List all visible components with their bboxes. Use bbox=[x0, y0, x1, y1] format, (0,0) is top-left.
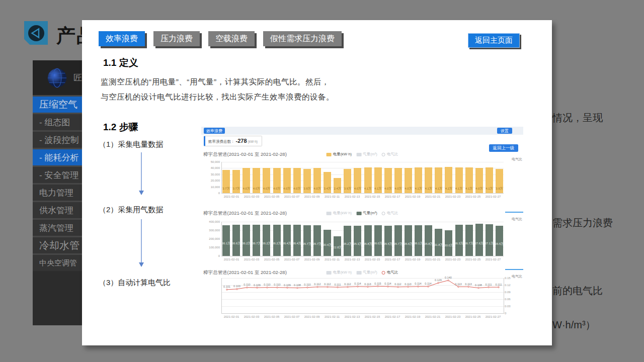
x-tick-label: 2021-02-17 bbox=[382, 315, 403, 318]
bar: 4.1万 bbox=[364, 167, 372, 193]
svg-text:0.114: 0.114 bbox=[415, 282, 421, 285]
bar-value-label: 22.8万 bbox=[333, 245, 342, 250]
bar-value-label: 30.0万 bbox=[444, 243, 453, 248]
svg-text:0.111: 0.111 bbox=[486, 283, 492, 286]
x-tick-label: 2021-02-11 bbox=[322, 258, 342, 261]
return-home-button[interactable]: 返回主页面 bbox=[468, 33, 520, 48]
tab-inactive[interactable]: 压力浪费 bbox=[153, 31, 200, 46]
bar-value-label: 3.9万 bbox=[303, 187, 310, 191]
x-tick-label: 2021-02-07 bbox=[282, 315, 302, 318]
x-tick-label: 2021-02-01 bbox=[221, 315, 242, 318]
sidebar-item[interactable]: 供水管理 bbox=[33, 201, 82, 218]
legend-label: 电量(kW·h) bbox=[333, 152, 352, 157]
y-tick-label: 400,000 bbox=[203, 220, 220, 223]
y-tick-label: 0.15 bbox=[505, 277, 520, 280]
svg-text:0.112: 0.112 bbox=[394, 283, 401, 286]
legend-item: 电量(kW·h) bbox=[327, 211, 352, 216]
sidebar-item[interactable]: 冷却水管 bbox=[33, 236, 82, 253]
x-tick-label: 2021-02-25 bbox=[463, 315, 483, 318]
sidebar-item[interactable]: 蒸汽管理 bbox=[33, 218, 82, 236]
x-tick-label: 2021-02-07 bbox=[282, 195, 302, 198]
bar: 36.4万 bbox=[293, 225, 301, 256]
sidebar-item[interactable]: - 组态图 bbox=[33, 113, 82, 130]
x-tick-label: 2021-02-19 bbox=[403, 315, 423, 318]
bar-value-label: 4.1万 bbox=[425, 187, 432, 191]
sidebar: 匠 压缩空气- 组态图- 波段控制- 能耗分析- 安全管理电力管理供水管理蒸汽管… bbox=[33, 60, 82, 325]
svg-text:0.110: 0.110 bbox=[264, 283, 270, 286]
chart-electricity-bars: 樟宇总管道(2021-02-01 至 2021-02-28) 电量(kW·h)气… bbox=[201, 151, 523, 201]
bar-value-label: 35.7万 bbox=[313, 242, 322, 246]
bar: 3.9万 bbox=[344, 169, 351, 193]
bar-value-label: 4.0万 bbox=[253, 187, 260, 191]
legend-item: 电气比 bbox=[382, 211, 398, 216]
sidebar-item[interactable]: 压缩空气 bbox=[33, 95, 82, 113]
bar: 36.7万 bbox=[465, 225, 473, 256]
x-tick-label: 2021-02-11 bbox=[322, 195, 342, 198]
y-tick-label: 0.09 bbox=[505, 291, 520, 294]
bar-value-label: 3.9万 bbox=[344, 187, 351, 191]
svg-text:0.113: 0.113 bbox=[465, 283, 471, 286]
tab-inactive[interactable]: 空载浪费 bbox=[208, 31, 255, 46]
legend-item: 气量(m³) bbox=[356, 152, 377, 157]
x-axis-labels: 2021-02-012021-02-032021-02-052021-02-07… bbox=[221, 315, 503, 318]
back-icon[interactable] bbox=[24, 21, 48, 45]
y-tick-label: 0.06 bbox=[505, 298, 520, 301]
y-tick-label: 0 bbox=[203, 192, 220, 195]
bar: 2.4万 bbox=[334, 178, 341, 193]
bar-value-label: 4.1万 bbox=[415, 187, 422, 191]
bar-value-label: 4.0万 bbox=[475, 187, 482, 191]
bar-value-label: 36.7万 bbox=[252, 241, 261, 246]
back-arrow-icon bbox=[25, 22, 47, 44]
right-axis-label: 电气比 bbox=[512, 217, 522, 222]
tab-active[interactable]: 效率浪费 bbox=[99, 31, 145, 46]
bar-value-label: 35.8万 bbox=[363, 242, 372, 246]
bar: 35.7万 bbox=[303, 225, 311, 256]
x-tick-label: 2021-02-09 bbox=[302, 315, 322, 318]
sidebar-logo-row: 匠 bbox=[33, 60, 82, 95]
x-tick-label: 2021-02-03 bbox=[242, 258, 262, 261]
x-tick-label: 2021-02-17 bbox=[382, 258, 403, 261]
bar-value-label: 4.0万 bbox=[384, 187, 391, 191]
x-tick-label: 2021-02-01 bbox=[221, 258, 242, 261]
x-tick-label: 2021-02-15 bbox=[362, 258, 382, 261]
x-tick-label: 2021-02-03 bbox=[242, 195, 262, 198]
plot-area: 50,00040,00030,00020,00010,00003.7万3.7万4… bbox=[221, 162, 504, 194]
bar-value-label: 4.0万 bbox=[283, 187, 290, 191]
chart-legend: 电量(kW·h)气量(m³)电气比 bbox=[327, 270, 398, 275]
right-axis-label: 电气比 bbox=[512, 157, 522, 162]
cut-text-fragment: 情况，呈现 bbox=[552, 111, 603, 125]
bar: 30.0万 bbox=[445, 230, 452, 256]
legend-item: 电量(kW·h) bbox=[327, 270, 352, 275]
svg-text:0.110: 0.110 bbox=[304, 283, 310, 286]
down-arrow-icon bbox=[138, 152, 145, 196]
sidebar-item[interactable]: - 波段控制 bbox=[33, 130, 82, 148]
bar-value-label: 4.1万 bbox=[364, 187, 371, 191]
svg-text:0.109: 0.109 bbox=[284, 284, 291, 287]
svg-text:0.111: 0.111 bbox=[496, 283, 502, 286]
bar-value-label: 37.6万 bbox=[474, 241, 484, 246]
bar-value-label: 31.8万 bbox=[434, 243, 443, 247]
bar: 4.0万 bbox=[243, 168, 250, 193]
sidebar-item[interactable]: 电力管理 bbox=[33, 183, 82, 201]
settings-button[interactable]: 设置 bbox=[497, 128, 512, 134]
x-tick-label: 2021-02-25 bbox=[463, 258, 483, 261]
app-tab-efficiency-waste[interactable]: 效率浪费 bbox=[204, 128, 225, 134]
summary-unit: (kW·h) bbox=[248, 140, 258, 143]
bar: 35.8万 bbox=[425, 225, 432, 256]
bar: 4.1万 bbox=[486, 167, 493, 193]
bar-value-label: 3.9万 bbox=[496, 187, 503, 191]
bar-value-label: 36.6万 bbox=[232, 241, 241, 246]
bar-value-label: 4.0万 bbox=[263, 187, 270, 191]
bar: 36.3万 bbox=[455, 225, 463, 256]
x-axis-labels: 2021-02-012021-02-032021-02-052021-02-07… bbox=[221, 258, 503, 261]
x-tick-label: 2021-02-05 bbox=[262, 258, 282, 261]
sidebar-item[interactable]: - 安全管理 bbox=[33, 165, 82, 183]
sidebar-item[interactable]: - 能耗分析 bbox=[33, 148, 82, 165]
tab-inactive[interactable]: 假性需求压力浪费 bbox=[263, 31, 342, 46]
x-tick-label: 2021-02-05 bbox=[262, 315, 282, 318]
bar: 4.0万 bbox=[405, 168, 412, 193]
bar: 4.1万 bbox=[455, 167, 463, 193]
svg-text:0.113: 0.113 bbox=[405, 283, 411, 286]
bar: 35.8万 bbox=[364, 225, 372, 256]
sidebar-item[interactable]: 中央空调管 bbox=[33, 253, 82, 271]
